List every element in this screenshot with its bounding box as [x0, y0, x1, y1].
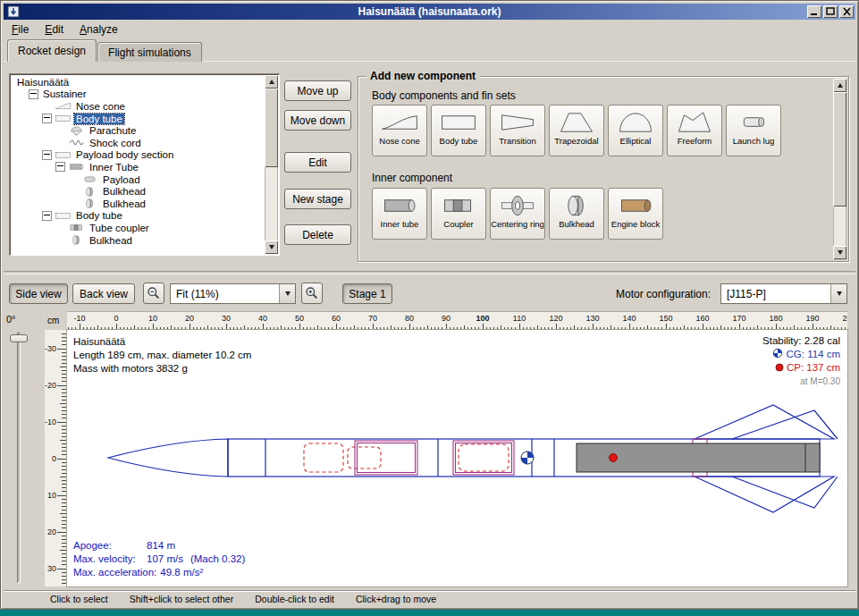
- stability-line: Stability: 2.28 cal: [762, 334, 840, 348]
- add-centering-button[interactable]: Centering ring: [490, 188, 545, 240]
- rotation-slider-thumb[interactable]: [10, 334, 28, 342]
- scroll-up-button[interactable]: [833, 79, 846, 92]
- inner-components-dashed[interactable]: [304, 443, 509, 472]
- tree-item-haisunäätä[interactable]: Haisunäätä: [12, 76, 264, 89]
- shockcord-icon: [68, 137, 85, 148]
- svg-text:0: 0: [52, 454, 56, 463]
- split-divider[interactable]: [4, 271, 855, 274]
- chevron-down-icon[interactable]: [830, 284, 846, 303]
- rocket-name: Haisunäätä: [73, 335, 251, 349]
- add-launchlug-button[interactable]: Launch lug: [726, 105, 781, 156]
- motor-config-label: Motor configuration:: [616, 288, 711, 300]
- palette-button-label: Coupler: [443, 220, 473, 229]
- close-button[interactable]: [839, 5, 854, 18]
- tree-item-nose-cone[interactable]: Nose cone: [12, 100, 264, 113]
- tree-item-body-tube[interactable]: Body tube: [12, 210, 264, 223]
- cp-icon: [775, 363, 784, 372]
- tree-item-bulkhead[interactable]: Bulkhead: [12, 234, 264, 247]
- rotation-angle-label: 0°: [6, 314, 16, 325]
- delete-button[interactable]: Delete: [284, 224, 351, 245]
- maximize-button[interactable]: [823, 5, 838, 18]
- back-view-button[interactable]: Back view: [72, 283, 135, 304]
- tree-item-inner-tube[interactable]: Inner Tube: [12, 161, 264, 173]
- title-bar[interactable]: Haisunäätä (haisunaata.ork): [4, 4, 855, 20]
- chevron-down-icon[interactable]: [279, 284, 295, 303]
- palette-scrollbar[interactable]: [833, 79, 846, 259]
- scroll-up-button[interactable]: [265, 75, 278, 89]
- add-trapezoidal-button[interactable]: Trapezoidal: [549, 105, 604, 156]
- svg-text:70: 70: [368, 314, 377, 323]
- zoom-out-button[interactable]: [143, 283, 164, 304]
- motor-config-select[interactable]: [J115-P]: [720, 283, 847, 304]
- side-view-button[interactable]: Side view: [9, 283, 68, 304]
- parachute-icon: [68, 125, 85, 137]
- add-freeform-button[interactable]: Freeform: [667, 105, 722, 156]
- tree-scrollbar[interactable]: [265, 75, 278, 254]
- add-bulkhead-button[interactable]: Bulkhead: [549, 188, 604, 240]
- tree-item-shock-cord[interactable]: Shock cord: [12, 137, 264, 149]
- stage-1-toggle[interactable]: Stage 1: [342, 283, 392, 304]
- tree-item-bulkhead[interactable]: Bulkhead: [12, 185, 264, 198]
- ruler-vertical: -30-20-100102030: [45, 330, 67, 586]
- svg-text:30: 30: [47, 564, 56, 573]
- add-bodytube-button[interactable]: Body tube: [431, 105, 486, 156]
- tab-rocket-design[interactable]: Rocket design: [7, 39, 97, 62]
- palette-row: Nose coneBody tubeTransitionTrapezoidalE…: [372, 105, 781, 156]
- scroll-thumb[interactable]: [833, 92, 846, 207]
- add-coupler-button[interactable]: Coupler: [431, 188, 486, 240]
- tab-flight-simulations[interactable]: Flight simulations: [97, 42, 202, 62]
- scroll-thumb[interactable]: [265, 89, 278, 167]
- rocket-length: Length 189 cm, max. diameter 10.2 cm: [73, 349, 251, 362]
- svg-text:80: 80: [405, 314, 414, 323]
- menu-edit[interactable]: Edit: [37, 21, 72, 38]
- add-innertube-button[interactable]: Inner tube: [372, 188, 427, 240]
- magnifier-plus-icon: [305, 286, 319, 300]
- add-nosecone-button[interactable]: Nose cone: [372, 105, 427, 156]
- tree-item-sustainer[interactable]: Sustainer: [12, 89, 264, 101]
- tree-item-payload-body-section[interactable]: Payload body section: [12, 149, 264, 162]
- collapse-icon[interactable]: [55, 162, 65, 172]
- tree-item-label: Haisunäätä: [15, 77, 71, 88]
- bodytube-icon: [55, 210, 72, 222]
- svg-text:150: 150: [659, 314, 672, 323]
- status-hint-click-to-select: Click to select: [50, 594, 108, 604]
- add-elliptical-button[interactable]: Elliptical: [608, 105, 663, 156]
- svg-text:160: 160: [695, 314, 709, 323]
- new-stage-button[interactable]: New stage: [284, 189, 351, 209]
- collapse-icon[interactable]: [42, 150, 52, 160]
- tree-item-parachute[interactable]: Parachute: [12, 124, 264, 137]
- payload-shape: [459, 444, 509, 471]
- close-icon: [842, 7, 852, 16]
- collapse-icon[interactable]: [42, 211, 52, 221]
- minimize-button[interactable]: [807, 5, 821, 18]
- rotation-slider-track[interactable]: [17, 333, 21, 583]
- zoom-value: Fit (11%): [176, 288, 219, 300]
- tree-item-payload[interactable]: Payload: [12, 173, 264, 186]
- nose-cone-shape[interactable]: [108, 439, 228, 477]
- tree-item-body-tube[interactable]: Body tube: [12, 113, 264, 125]
- add-engineblock-button[interactable]: Engine block: [608, 188, 663, 240]
- collapse-icon[interactable]: [42, 114, 52, 123]
- move-down-button[interactable]: Move down: [284, 110, 351, 131]
- menu-analyze[interactable]: Analyze: [72, 21, 126, 38]
- tree-item-bulkhead[interactable]: Bulkhead: [12, 198, 264, 210]
- svg-text:10: 10: [148, 314, 157, 323]
- move-up-button[interactable]: Move up: [284, 80, 351, 101]
- rocket-canvas[interactable]: Haisunäätä Length 189 cm, max. diameter …: [67, 330, 847, 586]
- launchlug-icon: [733, 109, 774, 136]
- palette-title: Add new component: [366, 70, 480, 82]
- edit-button[interactable]: Edit: [284, 152, 351, 173]
- zoom-in-button[interactable]: [301, 283, 323, 304]
- svg-text:190: 190: [805, 314, 819, 323]
- palette-button-label: Centering ring: [491, 220, 544, 229]
- status-hint-click-drag-to-move: Click+drag to move: [356, 594, 436, 604]
- tree-item-tube-coupler[interactable]: Tube coupler: [12, 222, 264, 234]
- zoom-select[interactable]: Fit (11%): [170, 283, 296, 304]
- svg-text:180: 180: [769, 314, 782, 323]
- add-transition-button[interactable]: Transition: [490, 105, 545, 156]
- collapse-icon[interactable]: [29, 89, 38, 99]
- innertube-icon: [379, 192, 420, 219]
- scroll-down-button[interactable]: [265, 240, 278, 254]
- scroll-down-button[interactable]: [833, 246, 846, 259]
- menu-file[interactable]: File: [4, 21, 37, 38]
